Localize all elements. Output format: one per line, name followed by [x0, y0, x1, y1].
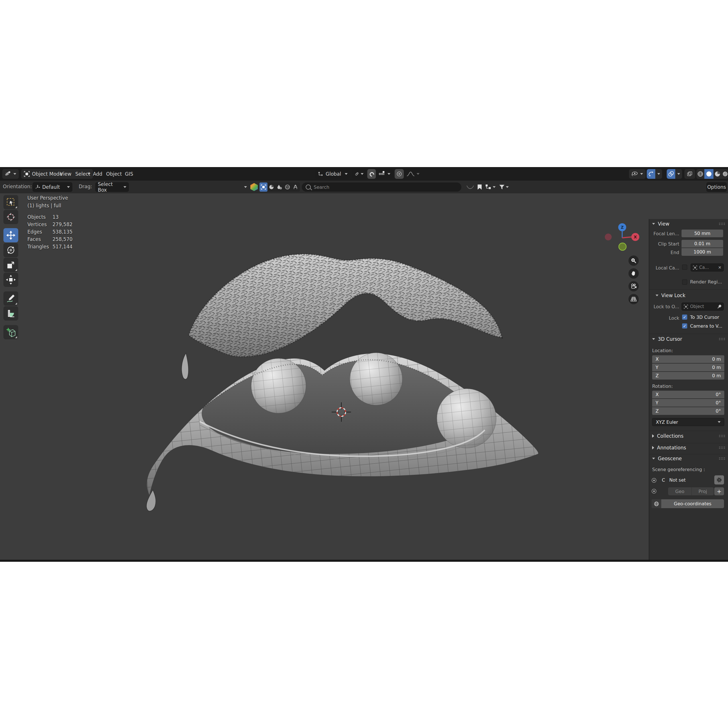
panel-viewlock-title: View Lock: [661, 292, 685, 298]
camera-to-view-checkbox[interactable]: ✓: [682, 323, 687, 329]
world-toggle[interactable]: [283, 182, 291, 192]
cursor-loc-x[interactable]: X 0 m: [652, 355, 724, 363]
paint-toggle[interactable]: [291, 182, 300, 192]
snap-increment-icon: [378, 171, 385, 177]
tool-annotate[interactable]: [3, 291, 18, 306]
cursor-loc-z[interactable]: Z 0 m: [652, 372, 724, 379]
panel-annotations-header[interactable]: Annotations: [652, 445, 686, 451]
crs-radio[interactable]: [652, 478, 656, 483]
search-input[interactable]: Search: [302, 182, 461, 192]
tool-select-box[interactable]: [3, 195, 18, 209]
local-camera-checkbox[interactable]: [682, 265, 687, 270]
clear-icon[interactable]: ✕: [718, 265, 722, 270]
show-overlays-toggle[interactable]: [667, 169, 675, 179]
cursor-rot-z[interactable]: Z 0°: [652, 407, 724, 415]
3d-viewport[interactable]: User Perspective (1) lights | full Objec…: [0, 193, 728, 560]
tool-scale[interactable]: [3, 258, 18, 272]
cursor-loc-y[interactable]: Y 0 m: [652, 364, 724, 371]
lock-to-object-field[interactable]: Object: [682, 303, 724, 310]
perspective-toggle-button[interactable]: [629, 294, 639, 304]
focal-length-field[interactable]: 50 mm: [682, 229, 723, 237]
panel-viewlock-header[interactable]: View Lock: [656, 292, 685, 298]
geo-proj-radio[interactable]: [652, 489, 656, 494]
chevron-down-icon: [387, 173, 390, 175]
options-button[interactable]: Options: [706, 182, 727, 192]
stat-label: Faces: [28, 236, 52, 242]
tool-transform[interactable]: [3, 272, 18, 287]
bookmark-icon[interactable]: [477, 184, 482, 190]
pan-button[interactable]: [629, 268, 639, 278]
menu-view[interactable]: View: [59, 168, 72, 180]
panel-3dcursor-header[interactable]: 3D Cursor: [652, 336, 682, 342]
editor-type-button[interactable]: [2, 169, 19, 179]
clip-start-field[interactable]: 0.01 m: [682, 240, 723, 248]
rotation-order-dropdown[interactable]: XYZ Euler: [652, 418, 724, 426]
menu-add[interactable]: Add: [92, 168, 104, 180]
panel-grip[interactable]: [719, 338, 725, 340]
panel-collections-header[interactable]: Collections: [652, 433, 684, 439]
gizmo-dropdown[interactable]: [655, 169, 662, 179]
tool-add-cube[interactable]: [3, 325, 18, 340]
viewport-stats: User Perspective (1) lights | full Objec…: [28, 195, 72, 251]
add-crs-button[interactable]: +: [714, 487, 724, 495]
xray-toggle[interactable]: [684, 169, 695, 179]
drag-dropdown[interactable]: Select Box: [95, 182, 129, 192]
pivot-point-dropdown[interactable]: [352, 169, 366, 179]
material-toggle[interactable]: [268, 182, 275, 192]
zoom-button[interactable]: [629, 255, 639, 266]
overlays-dropdown[interactable]: [675, 169, 682, 179]
snap-target-dropdown[interactable]: [376, 169, 393, 179]
crs-settings-button[interactable]: [714, 476, 724, 485]
tool-move[interactable]: [3, 228, 18, 242]
lock-3d-cursor-checkbox[interactable]: ✓: [682, 315, 687, 320]
clip-start-label: Clip Start: [651, 241, 679, 247]
geo-coordinates-button[interactable]: Geo-coordinates: [652, 499, 724, 508]
camera-view-button[interactable]: [629, 281, 639, 291]
panel-annotations-title: Annotations: [657, 445, 686, 451]
falloff-dropdown[interactable]: [405, 169, 421, 179]
navigation-gizmo[interactable]: Z X: [596, 222, 642, 253]
blendergis-hexagon-icon[interactable]: [250, 183, 258, 191]
panel-grip[interactable]: [719, 222, 725, 225]
object-toggle[interactable]: [260, 182, 268, 192]
shading-solid-button[interactable]: [704, 169, 713, 179]
menu-select[interactable]: Select: [74, 168, 91, 180]
cursor-rot-y[interactable]: Y 0°: [652, 399, 724, 407]
panel-geoscene-header[interactable]: Geoscene: [652, 456, 682, 461]
object-visibility-dropdown[interactable]: [629, 169, 645, 179]
geo-button[interactable]: Geo: [668, 487, 691, 495]
panel-grip[interactable]: [719, 446, 725, 449]
shading-wireframe-button[interactable]: [696, 169, 704, 179]
outliner-dropdown[interactable]: [485, 184, 496, 190]
panel-grip[interactable]: [719, 457, 725, 460]
cursor-rot-x[interactable]: X 0°: [652, 391, 724, 398]
orientation-dropdown[interactable]: Default: [32, 182, 72, 192]
show-gizmo-toggle[interactable]: [647, 169, 655, 179]
rotate-icon: [6, 246, 15, 255]
proj-button[interactable]: Proj: [692, 487, 714, 495]
search-placeholder: Search: [314, 185, 329, 190]
tool-cursor[interactable]: [3, 210, 18, 224]
curve-icon[interactable]: [466, 185, 474, 190]
panel-grip[interactable]: [719, 434, 725, 437]
menu-gis[interactable]: GIS: [124, 168, 134, 180]
tool-measure[interactable]: [3, 306, 18, 321]
clip-end-field[interactable]: 1000 m: [682, 248, 723, 256]
eyedropper-icon[interactable]: [717, 304, 722, 309]
shading-material-button[interactable]: [713, 169, 722, 179]
menu-object[interactable]: Object: [105, 168, 123, 180]
filter-dropdown[interactable]: [499, 184, 509, 190]
chevron-down-icon: [361, 173, 364, 175]
shading-rendered-button[interactable]: [722, 169, 728, 179]
axis-ball-y[interactable]: [619, 243, 626, 250]
proportional-editing-toggle[interactable]: [395, 169, 404, 179]
snap-toggle[interactable]: [367, 169, 376, 179]
render-region-checkbox[interactable]: [682, 280, 687, 284]
panel-view-header[interactable]: View: [652, 221, 669, 227]
transform-orientation-dropdown[interactable]: Global: [315, 169, 350, 179]
chevron-down-icon[interactable]: [244, 186, 247, 188]
axis-ball-neg-x[interactable]: [605, 234, 612, 240]
texture-toggle[interactable]: [275, 182, 283, 192]
local-camera-object-field[interactable]: Ca... ✕: [691, 263, 724, 271]
tool-rotate[interactable]: [3, 243, 18, 257]
